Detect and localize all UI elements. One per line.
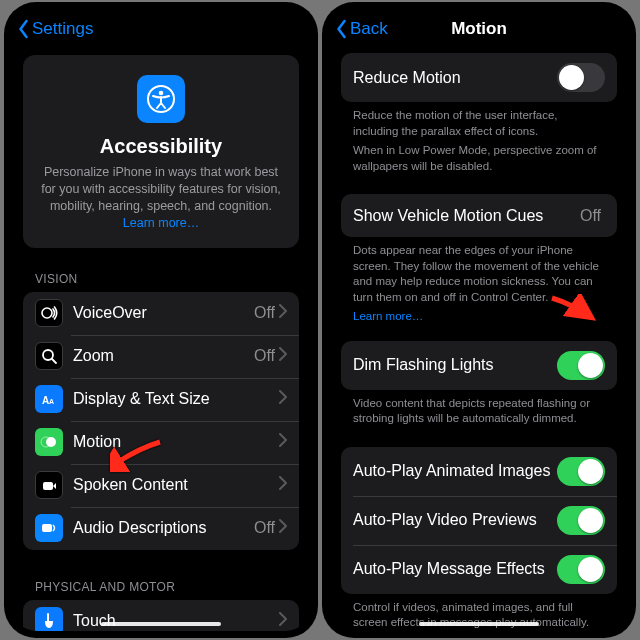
chevron-right-icon xyxy=(279,390,287,408)
toggle[interactable] xyxy=(557,63,605,92)
row-label: Audio Descriptions xyxy=(73,519,254,537)
navbar: Settings xyxy=(11,9,311,49)
svg-rect-8 xyxy=(43,482,53,490)
row-value: Off xyxy=(580,207,601,225)
row-label: VoiceOver xyxy=(73,304,254,322)
section-footer: Reduce the motion of the user interface,… xyxy=(329,102,629,194)
row-value: Off xyxy=(254,519,275,537)
chevron-right-icon xyxy=(279,612,287,630)
row-label: Motion xyxy=(73,433,279,451)
section-footer: Video content that depicts repeated flas… xyxy=(329,390,629,447)
chevron-right-icon xyxy=(279,304,287,322)
home-indicator[interactable] xyxy=(419,622,539,626)
row-audio-descriptions[interactable]: Audio DescriptionsOff xyxy=(23,507,299,550)
svg-rect-9 xyxy=(42,524,52,532)
back-label: Back xyxy=(350,19,388,39)
row-voiceover[interactable]: VoiceOverOff xyxy=(23,292,299,335)
row-value: Off xyxy=(254,347,275,365)
section-header: VISION xyxy=(11,262,311,292)
section-footer: Dots appear near the edges of your iPhon… xyxy=(329,237,629,341)
row-label: Zoom xyxy=(73,347,254,365)
back-button[interactable]: Back xyxy=(335,19,388,39)
card-desc: Personalize iPhone in ways that work bes… xyxy=(37,164,285,232)
back-button[interactable]: Settings xyxy=(17,19,93,39)
row-value: Off xyxy=(254,304,275,322)
back-label: Settings xyxy=(32,19,93,39)
row-label: Reduce Motion xyxy=(353,69,557,87)
settings-group: Auto-Play Animated ImagesAuto-Play Video… xyxy=(341,447,617,594)
row-display-text-size[interactable]: AADisplay & Text Size xyxy=(23,378,299,421)
settings-group: Dim Flashing Lights xyxy=(341,341,617,390)
row-label: Display & Text Size xyxy=(73,390,279,408)
row-label: Auto-Play Video Previews xyxy=(353,511,557,529)
left-screenshot: Settings Accessibility Personalize iPhon… xyxy=(4,2,318,638)
accessibility-icon xyxy=(137,75,185,123)
row-dim-flashing-lights: Dim Flashing Lights xyxy=(341,341,617,390)
row-label: Show Vehicle Motion Cues xyxy=(353,207,580,225)
row-show-vehicle-motion-cues[interactable]: Show Vehicle Motion CuesOff xyxy=(341,194,617,237)
row-auto-play-message-effects: Auto-Play Message Effects xyxy=(341,545,617,594)
chevron-right-icon xyxy=(279,519,287,537)
touch-icon xyxy=(35,607,63,631)
content-scroll[interactable]: Accessibility Personalize iPhone in ways… xyxy=(11,49,311,631)
row-label: Touch xyxy=(73,612,279,630)
chevron-right-icon xyxy=(279,476,287,494)
learn-more-link[interactable]: Learn more… xyxy=(123,216,199,230)
motion-icon xyxy=(35,428,63,456)
voiceover-icon xyxy=(35,299,63,327)
row-auto-play-video-previews: Auto-Play Video Previews xyxy=(341,496,617,545)
toggle[interactable] xyxy=(557,506,605,535)
learn-more-link[interactable]: Learn more… xyxy=(353,310,423,322)
intro-card: Accessibility Personalize iPhone in ways… xyxy=(23,55,299,248)
row-zoom[interactable]: ZoomOff xyxy=(23,335,299,378)
svg-point-1 xyxy=(159,91,164,96)
settings-group: Show Vehicle Motion CuesOff xyxy=(341,194,617,237)
row-label: Auto-Play Animated Images xyxy=(353,462,557,480)
row-label: Auto-Play Message Effects xyxy=(353,560,557,578)
section-header: PHYSICAL AND MOTOR xyxy=(11,570,311,600)
chevron-right-icon xyxy=(279,347,287,365)
row-motion[interactable]: Motion xyxy=(23,421,299,464)
settings-group: Reduce Motion xyxy=(341,53,617,102)
row-label: Dim Flashing Lights xyxy=(353,356,557,374)
row-spoken-content[interactable]: Spoken Content xyxy=(23,464,299,507)
row-auto-play-animated-images: Auto-Play Animated Images xyxy=(341,447,617,496)
right-screenshot: Back Motion Reduce MotionReduce the moti… xyxy=(322,2,636,638)
audiodesc-icon xyxy=(35,514,63,542)
card-title: Accessibility xyxy=(37,135,285,158)
content-scroll[interactable]: Reduce MotionReduce the motion of the us… xyxy=(329,49,629,631)
toggle[interactable] xyxy=(557,555,605,584)
navbar: Back Motion xyxy=(329,9,629,49)
spoken-icon xyxy=(35,471,63,499)
section-vision: VISION VoiceOverOffZoomOffAADisplay & Te… xyxy=(11,262,311,550)
toggle[interactable] xyxy=(557,457,605,486)
home-indicator[interactable] xyxy=(101,622,221,626)
row-reduce-motion: Reduce Motion xyxy=(341,53,617,102)
zoom-icon xyxy=(35,342,63,370)
row-label: Spoken Content xyxy=(73,476,279,494)
textsize-icon: AA xyxy=(35,385,63,413)
svg-text:A: A xyxy=(49,398,54,405)
chevron-left-icon xyxy=(17,19,30,39)
toggle[interactable] xyxy=(557,351,605,380)
row-touch[interactable]: Touch xyxy=(23,600,299,632)
chevron-right-icon xyxy=(279,433,287,451)
svg-point-2 xyxy=(42,308,52,318)
chevron-left-icon xyxy=(335,19,348,39)
